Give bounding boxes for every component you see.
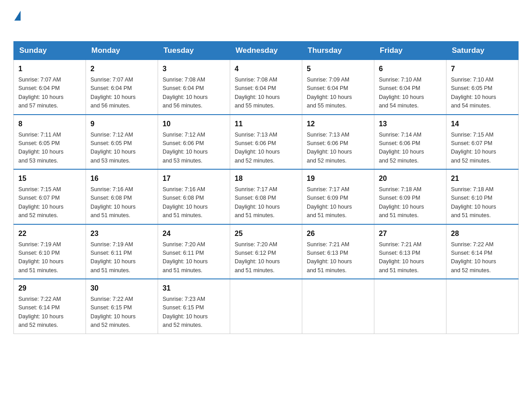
page-header: Gene bbox=[13, 9, 519, 32]
calendar-cell: 11Sunrise: 7:13 AMSunset: 6:06 PMDayligh… bbox=[230, 115, 302, 170]
day-info: Sunrise: 7:18 AMSunset: 6:10 PMDaylight:… bbox=[451, 185, 514, 220]
calendar-cell: 17Sunrise: 7:16 AMSunset: 6:08 PMDayligh… bbox=[158, 169, 230, 224]
weekday-header-saturday: Saturday bbox=[446, 42, 519, 60]
day-number: 7 bbox=[451, 64, 514, 74]
day-info: Sunrise: 7:13 AMSunset: 6:06 PMDaylight:… bbox=[307, 131, 369, 166]
calendar-cell: 19Sunrise: 7:17 AMSunset: 6:09 PMDayligh… bbox=[302, 169, 374, 224]
day-number: 2 bbox=[90, 64, 153, 74]
weekday-header-thursday: Thursday bbox=[302, 42, 374, 60]
weekday-header-tuesday: Tuesday bbox=[158, 42, 230, 60]
day-info: Sunrise: 7:10 AMSunset: 6:05 PMDaylight:… bbox=[451, 76, 514, 111]
day-number: 28 bbox=[451, 228, 514, 239]
day-number: 29 bbox=[18, 283, 81, 294]
calendar-cell: 30Sunrise: 7:22 AMSunset: 6:15 PMDayligh… bbox=[86, 279, 158, 334]
day-number: 16 bbox=[90, 173, 153, 184]
day-number: 17 bbox=[163, 173, 225, 184]
day-info: Sunrise: 7:22 AMSunset: 6:14 PMDaylight:… bbox=[451, 240, 514, 275]
day-info: Sunrise: 7:07 AMSunset: 6:04 PMDaylight:… bbox=[18, 76, 81, 111]
day-number: 27 bbox=[379, 228, 442, 239]
day-number: 21 bbox=[451, 173, 514, 184]
day-number: 5 bbox=[307, 64, 369, 74]
day-number: 1 bbox=[18, 64, 81, 74]
logo: Gene bbox=[13, 9, 47, 32]
day-info: Sunrise: 7:10 AMSunset: 6:04 PMDaylight:… bbox=[379, 76, 442, 111]
day-info: Sunrise: 7:08 AMSunset: 6:04 PMDaylight:… bbox=[235, 76, 297, 111]
calendar-cell: 23Sunrise: 7:19 AMSunset: 6:11 PMDayligh… bbox=[86, 224, 158, 279]
day-info: Sunrise: 7:21 AMSunset: 6:13 PMDaylight:… bbox=[379, 240, 442, 275]
calendar-cell: 22Sunrise: 7:19 AMSunset: 6:10 PMDayligh… bbox=[14, 224, 86, 279]
calendar-cell: 4Sunrise: 7:08 AMSunset: 6:04 PMDaylight… bbox=[230, 60, 302, 115]
calendar-cell: 21Sunrise: 7:18 AMSunset: 6:10 PMDayligh… bbox=[446, 169, 519, 224]
calendar-week-row: 29Sunrise: 7:22 AMSunset: 6:14 PMDayligh… bbox=[14, 279, 519, 334]
day-number: 19 bbox=[307, 173, 369, 184]
day-info: Sunrise: 7:14 AMSunset: 6:06 PMDaylight:… bbox=[379, 131, 442, 166]
calendar-cell: 29Sunrise: 7:22 AMSunset: 6:14 PMDayligh… bbox=[14, 279, 86, 334]
calendar-cell: 31Sunrise: 7:23 AMSunset: 6:15 PMDayligh… bbox=[158, 279, 230, 334]
day-number: 15 bbox=[18, 173, 81, 184]
calendar-cell: 14Sunrise: 7:15 AMSunset: 6:07 PMDayligh… bbox=[446, 115, 519, 170]
day-info: Sunrise: 7:17 AMSunset: 6:08 PMDaylight:… bbox=[235, 185, 297, 220]
day-number: 13 bbox=[379, 119, 442, 129]
day-info: Sunrise: 7:19 AMSunset: 6:10 PMDaylight:… bbox=[18, 240, 81, 275]
calendar-week-row: 1Sunrise: 7:07 AMSunset: 6:04 PMDaylight… bbox=[14, 60, 519, 115]
weekday-header-wednesday: Wednesday bbox=[230, 42, 302, 60]
day-info: Sunrise: 7:17 AMSunset: 6:09 PMDaylight:… bbox=[307, 185, 369, 220]
day-info: Sunrise: 7:21 AMSunset: 6:13 PMDaylight:… bbox=[307, 240, 369, 275]
calendar-cell: 24Sunrise: 7:20 AMSunset: 6:11 PMDayligh… bbox=[158, 224, 230, 279]
calendar-cell: 2Sunrise: 7:07 AMSunset: 6:04 PMDaylight… bbox=[86, 60, 158, 115]
day-number: 31 bbox=[163, 283, 225, 294]
calendar-cell: 6Sunrise: 7:10 AMSunset: 6:04 PMDaylight… bbox=[374, 60, 446, 115]
day-number: 23 bbox=[90, 228, 153, 239]
day-number: 25 bbox=[235, 228, 297, 239]
calendar-cell: 20Sunrise: 7:18 AMSunset: 6:09 PMDayligh… bbox=[374, 169, 446, 224]
day-number: 8 bbox=[18, 119, 81, 129]
weekday-header-monday: Monday bbox=[86, 42, 158, 60]
calendar-week-row: 22Sunrise: 7:19 AMSunset: 6:10 PMDayligh… bbox=[14, 224, 519, 279]
day-number: 6 bbox=[379, 64, 442, 74]
day-info: Sunrise: 7:07 AMSunset: 6:04 PMDaylight:… bbox=[90, 76, 153, 111]
day-info: Sunrise: 7:08 AMSunset: 6:04 PMDaylight:… bbox=[163, 76, 225, 111]
calendar-header-row: SundayMondayTuesdayWednesdayThursdayFrid… bbox=[14, 42, 519, 60]
calendar-cell: 26Sunrise: 7:21 AMSunset: 6:13 PMDayligh… bbox=[302, 224, 374, 279]
day-info: Sunrise: 7:09 AMSunset: 6:04 PMDaylight:… bbox=[307, 76, 369, 111]
day-info: Sunrise: 7:20 AMSunset: 6:12 PMDaylight:… bbox=[235, 240, 297, 275]
day-info: Sunrise: 7:19 AMSunset: 6:11 PMDaylight:… bbox=[90, 240, 153, 275]
calendar-cell: 18Sunrise: 7:17 AMSunset: 6:08 PMDayligh… bbox=[230, 169, 302, 224]
calendar-cell: 1Sunrise: 7:07 AMSunset: 6:04 PMDaylight… bbox=[14, 60, 86, 115]
day-info: Sunrise: 7:18 AMSunset: 6:09 PMDaylight:… bbox=[379, 185, 442, 220]
day-info: Sunrise: 7:20 AMSunset: 6:11 PMDaylight:… bbox=[163, 240, 225, 275]
calendar-cell: 16Sunrise: 7:16 AMSunset: 6:08 PMDayligh… bbox=[86, 169, 158, 224]
calendar-cell: 7Sunrise: 7:10 AMSunset: 6:05 PMDaylight… bbox=[446, 60, 519, 115]
day-info: Sunrise: 7:16 AMSunset: 6:08 PMDaylight:… bbox=[90, 185, 153, 220]
calendar-table: SundayMondayTuesdayWednesdayThursdayFrid… bbox=[13, 41, 519, 334]
day-number: 26 bbox=[307, 228, 369, 239]
day-number: 12 bbox=[307, 119, 369, 129]
day-number: 3 bbox=[163, 64, 225, 74]
weekday-header-sunday: Sunday bbox=[14, 42, 86, 60]
calendar-cell: 5Sunrise: 7:09 AMSunset: 6:04 PMDaylight… bbox=[302, 60, 374, 115]
calendar-cell: 27Sunrise: 7:21 AMSunset: 6:13 PMDayligh… bbox=[374, 224, 446, 279]
calendar-cell bbox=[230, 279, 302, 334]
calendar-week-row: 8Sunrise: 7:11 AMSunset: 6:05 PMDaylight… bbox=[14, 115, 519, 170]
calendar-cell: 9Sunrise: 7:12 AMSunset: 6:05 PMDaylight… bbox=[86, 115, 158, 170]
day-info: Sunrise: 7:22 AMSunset: 6:15 PMDaylight:… bbox=[90, 295, 153, 330]
calendar-cell: 28Sunrise: 7:22 AMSunset: 6:14 PMDayligh… bbox=[446, 224, 519, 279]
calendar-cell: 15Sunrise: 7:15 AMSunset: 6:07 PMDayligh… bbox=[14, 169, 86, 224]
day-number: 22 bbox=[18, 228, 81, 239]
calendar-week-row: 15Sunrise: 7:15 AMSunset: 6:07 PMDayligh… bbox=[14, 169, 519, 224]
day-info: Sunrise: 7:15 AMSunset: 6:07 PMDaylight:… bbox=[18, 185, 81, 220]
calendar-cell bbox=[302, 279, 374, 334]
day-number: 24 bbox=[163, 228, 225, 239]
day-number: 30 bbox=[90, 283, 153, 294]
day-info: Sunrise: 7:16 AMSunset: 6:08 PMDaylight:… bbox=[163, 185, 225, 220]
day-info: Sunrise: 7:11 AMSunset: 6:05 PMDaylight:… bbox=[18, 131, 81, 166]
calendar-cell: 25Sunrise: 7:20 AMSunset: 6:12 PMDayligh… bbox=[230, 224, 302, 279]
day-info: Sunrise: 7:15 AMSunset: 6:07 PMDaylight:… bbox=[451, 131, 514, 166]
day-number: 18 bbox=[235, 173, 297, 184]
day-info: Sunrise: 7:12 AMSunset: 6:06 PMDaylight:… bbox=[163, 131, 225, 166]
calendar-cell bbox=[374, 279, 446, 334]
calendar-cell bbox=[446, 279, 519, 334]
day-number: 20 bbox=[379, 173, 442, 184]
calendar-cell: 3Sunrise: 7:08 AMSunset: 6:04 PMDaylight… bbox=[158, 60, 230, 115]
day-info: Sunrise: 7:22 AMSunset: 6:14 PMDaylight:… bbox=[18, 295, 81, 330]
